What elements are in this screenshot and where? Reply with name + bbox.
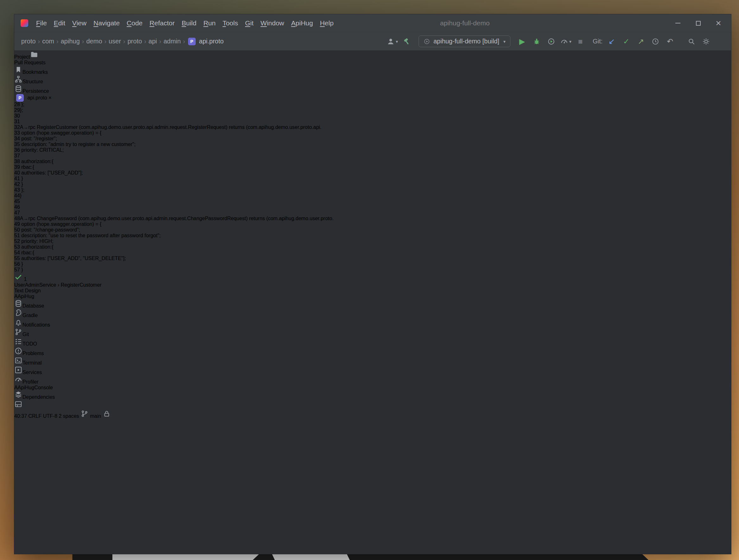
code-line[interactable]: 30	[14, 113, 731, 119]
tool-window-button-gradle[interactable]: Gradle	[14, 309, 731, 318]
run-configuration-select[interactable]: apihug-full-demo [build] ▾	[419, 35, 510, 47]
maximize-button[interactable]	[688, 16, 708, 30]
tool-button-profiler[interactable]: Profiler	[14, 375, 731, 385]
breadcrumb-item[interactable]: admin	[162, 37, 182, 46]
tool-window-button-project[interactable]: Project	[14, 50, 731, 60]
breadcrumb-item[interactable]: user	[107, 37, 122, 46]
code-with-me-button[interactable]: ▾	[386, 35, 398, 48]
code-line[interactable]: 48A→rpc ChangePassword (com.apihug.demo.…	[14, 216, 731, 222]
menu-refactor[interactable]: Refactor	[146, 17, 178, 29]
code-editor[interactable]: 28 };29};303132A→rpc RegisterCustomer (c…	[14, 102, 731, 282]
breadcrumb-service[interactable]: UserAdminService	[14, 282, 56, 288]
breadcrumb-item[interactable]: proto	[126, 37, 143, 46]
code-line[interactable]: 55 authorities: ["USER_ADD", "USER_DELET…	[14, 256, 731, 261]
debug-button[interactable]	[531, 35, 543, 48]
tool-button-services[interactable]: Services	[14, 366, 731, 375]
tab-text[interactable]: Text	[14, 288, 23, 293]
line-separator[interactable]: CRLF	[28, 413, 42, 419]
code-line[interactable]: 36 priority: CRITICAL;	[14, 147, 731, 153]
code-line[interactable]: 47	[14, 210, 731, 216]
run-button[interactable]: ▶	[516, 35, 528, 48]
tool-button-git[interactable]: Git	[14, 328, 731, 337]
menu-window[interactable]: Window	[257, 17, 288, 29]
breadcrumb-item[interactable]: demo	[85, 37, 103, 46]
commit-button[interactable]: ✓	[620, 35, 632, 48]
tool-window-layout-icon[interactable]	[14, 400, 22, 408]
goto-related-icon[interactable]: →	[23, 125, 28, 130]
tab-api-proto[interactable]: P api.proto ×	[14, 94, 731, 102]
menu-edit[interactable]: Edit	[50, 17, 69, 29]
tool-window-button-structure[interactable]: Structure	[14, 75, 731, 85]
tool-button-apihugconsole[interactable]: AApiHugConsole	[14, 385, 731, 391]
code-line[interactable]: 39 rbac:{	[14, 164, 731, 170]
profiler-button[interactable]: ▾	[560, 35, 572, 48]
breadcrumb-item[interactable]: com	[41, 37, 55, 46]
code-line[interactable]: 40 authorities: ["USER_ADD"];	[14, 170, 731, 176]
rollback-button[interactable]: ↶	[664, 35, 676, 48]
menu-view[interactable]: View	[69, 17, 90, 29]
apihug-rpc-icon[interactable]: A	[20, 125, 23, 130]
code-line[interactable]: 56 }	[14, 261, 731, 267]
code-line[interactable]: 46	[14, 204, 731, 210]
code-line[interactable]: 57 }	[14, 267, 731, 273]
code-line[interactable]: 45	[14, 198, 731, 204]
code-line[interactable]: 43 };	[14, 187, 731, 193]
tab-close-icon[interactable]: ×	[48, 95, 51, 101]
tool-button-problems[interactable]: Problems	[14, 347, 731, 356]
breadcrumb-method[interactable]: RegisterCustomer	[61, 282, 102, 288]
code-line[interactable]: 33 option (hope.swagger.operation) = {	[14, 130, 731, 136]
tool-window-button-pull-requests[interactable]: Pull Requests	[14, 60, 731, 65]
code-line[interactable]: 53 authorization:{	[14, 244, 731, 250]
code-line[interactable]: 34 post: "/register";	[14, 136, 731, 142]
code-line[interactable]: 51 description: "use to reset the passwo…	[14, 233, 731, 239]
file-encoding[interactable]: UTF-8	[43, 413, 57, 419]
inspections-widget[interactable]: 1	[14, 273, 731, 282]
menu-run[interactable]: Run	[200, 17, 219, 29]
tool-window-button-apihug[interactable]: AApiHug	[14, 294, 731, 299]
menu-navigate[interactable]: Navigate	[90, 17, 123, 29]
minimize-button[interactable]	[668, 16, 688, 30]
build-button[interactable]	[401, 35, 413, 48]
update-project-button[interactable]: ↙	[606, 35, 618, 48]
git-branch-widget[interactable]: main	[81, 413, 103, 419]
code-line[interactable]: 29};	[14, 107, 731, 113]
push-button[interactable]: ↗	[635, 35, 647, 48]
code-line[interactable]: 44}	[14, 193, 731, 198]
breadcrumb-item[interactable]: api	[147, 37, 158, 46]
code-line[interactable]: 28 };	[14, 102, 731, 107]
tool-button-terminal[interactable]: Terminal	[14, 356, 731, 366]
code-line[interactable]: 35 description: "admin try to register a…	[14, 142, 731, 147]
apihug-rpc-icon[interactable]: A	[20, 216, 23, 221]
caret-position[interactable]: 40:37	[14, 413, 27, 419]
tool-window-button-database[interactable]: Database	[14, 299, 731, 309]
code-line[interactable]: 49 option (hope.swagger.operation) = {	[14, 222, 731, 227]
code-line[interactable]: 50 post: "/change-password";	[14, 227, 731, 233]
tool-window-button-bookmarks[interactable]: Bookmarks	[14, 65, 731, 75]
code-line[interactable]: 54 rbac:{	[14, 250, 731, 256]
breadcrumb-file[interactable]: api.proto	[198, 37, 225, 46]
settings-button[interactable]	[700, 35, 712, 48]
stop-button[interactable]: ■	[574, 35, 586, 48]
menu-code[interactable]: Code	[123, 17, 146, 29]
search-everywhere-button[interactable]	[686, 35, 698, 48]
code-line[interactable]: 42 }	[14, 181, 731, 187]
menu-apihug[interactable]: ApiHug	[288, 17, 317, 29]
menu-git[interactable]: Git	[242, 17, 257, 29]
code-line[interactable]: 32A→rpc RegisterCustomer (com.apihug.dem…	[14, 125, 731, 130]
breadcrumb-item[interactable]: apihug	[59, 37, 81, 46]
plugin-button[interactable]	[715, 35, 727, 48]
history-button[interactable]	[649, 35, 661, 48]
tool-window-button-persistence[interactable]: Persistence	[14, 85, 731, 94]
menu-file[interactable]: File	[33, 17, 50, 29]
code-line[interactable]: 31	[14, 119, 731, 125]
menu-build[interactable]: Build	[178, 17, 200, 29]
tool-window-button-notifications[interactable]: Notifications	[14, 318, 731, 328]
code-line[interactable]: 52 priority: HIGH;	[14, 239, 731, 244]
run-coverage-button[interactable]	[545, 35, 557, 48]
menu-tools[interactable]: Tools	[219, 17, 242, 29]
menu-help[interactable]: Help	[316, 17, 337, 29]
goto-related-icon[interactable]: →	[23, 216, 28, 221]
code-line[interactable]: 41 }	[14, 176, 731, 181]
close-button[interactable]: ×	[708, 16, 729, 30]
tab-design[interactable]: Design	[25, 288, 41, 293]
